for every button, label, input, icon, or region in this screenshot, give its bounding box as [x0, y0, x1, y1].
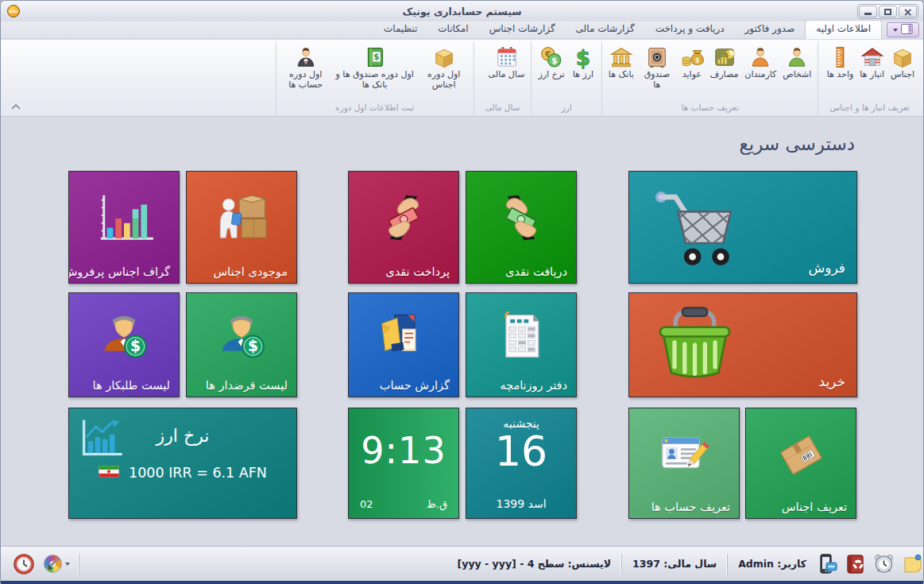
person-boxes-icon: [212, 191, 271, 248]
ribbon-button-banks[interactable]: بانک ها: [605, 42, 637, 82]
tile-define-goods[interactable]: تعریف اجناس: [745, 408, 856, 519]
hands-receive-money-icon: [495, 191, 547, 247]
title-bar: unic سیستم حسابداری یونیک: [1, 1, 923, 21]
ribbon-button-employees[interactable]: کارمندان: [741, 42, 779, 82]
businessman-icon: [294, 44, 318, 70]
svg-text:$: $: [576, 46, 590, 69]
maximize-button[interactable]: [879, 6, 897, 17]
tile-cash-payment[interactable]: پرداخت نقدی: [348, 171, 459, 284]
money-bag-icon: $: [680, 44, 704, 70]
box-icon: [432, 44, 456, 70]
tile-label: فروش: [809, 260, 845, 276]
tile-clock[interactable]: 9:13 02 ق.ظ: [348, 408, 459, 519]
shopping-basket-icon: [650, 304, 739, 386]
app-window: unic سیستم حسابداری یونیک اطلاعات اولیه …: [0, 0, 924, 584]
skin-gallery-button[interactable]: [887, 22, 919, 37]
ribbon-button-currency-rate[interactable]: €$ نرخ ارز: [535, 42, 567, 82]
svg-text:$: $: [694, 56, 699, 64]
person-dollar-icon: $: [213, 311, 270, 365]
ribbon-button-opening-accounts[interactable]: اول دوره حساب ها: [280, 42, 332, 92]
ribbon-tab-bar: اطلاعات اولیه صدور فاکتور دریافت و پرداخ…: [1, 21, 923, 39]
tile-label: گزارش حساب: [380, 379, 450, 392]
tile-purchase[interactable]: خرید: [628, 292, 857, 397]
tab-financial-reports[interactable]: گزارشات مالی: [566, 21, 645, 38]
clock-seconds: 02: [360, 498, 373, 510]
phonebook-icon[interactable]: [845, 554, 865, 574]
svg-text:$: $: [373, 52, 379, 61]
color-wheel-icon: [44, 555, 62, 573]
app-icon[interactable]: unic: [7, 5, 20, 17]
ribbon-group-label: تعریف انبار ها و اجناس: [822, 102, 918, 114]
person-green-icon: [785, 44, 809, 70]
ribbon-button-warehouses[interactable]: انبار ها: [856, 42, 887, 82]
tile-cash-receipt[interactable]: دریافت نقدی: [466, 171, 577, 284]
red-clock-icon[interactable]: [13, 553, 35, 575]
tab-invoice-issue[interactable]: صدور فاکتور: [735, 21, 806, 38]
ribbon-button-currencies[interactable]: $ ارز ها: [568, 42, 598, 82]
ribbon-group-currency: $ ارز ها €$ نرخ ارز ارز: [531, 41, 601, 116]
tile-label: دفتر روزنامچه: [500, 379, 567, 392]
tile-goods-inventory[interactable]: موجودی اجناس: [186, 171, 297, 284]
panel-icon: [901, 22, 913, 37]
status-fiscal-year: سال مالی: 1397: [630, 558, 719, 570]
ribbon-button-opening-goods[interactable]: اول دوره اجناس: [418, 42, 470, 92]
ribbon-group-label: سال مالی: [477, 102, 528, 114]
person-dollar-icon: $: [95, 311, 153, 365]
tile-creditors-list[interactable]: $ لیست طلبکار ها: [68, 292, 180, 397]
mobile-chat-icon[interactable]: [817, 553, 837, 575]
iran-flag-icon: [99, 465, 119, 481]
chevron-down-icon: [893, 29, 898, 32]
bank-icon: [609, 44, 633, 70]
chevron-up-icon: [11, 104, 21, 110]
tile-account-report[interactable]: گزارش حساب: [348, 292, 459, 397]
minimize-icon: [864, 13, 872, 15]
ribbon-button-fiscal-year[interactable]: سال مالی: [485, 42, 528, 82]
ribbon-button-expenses[interactable]: $ مصارف: [707, 42, 742, 82]
status-user: کاربر: Admin: [736, 558, 809, 570]
tile-debtors-list[interactable]: $ لیست قرضدار ها: [186, 292, 297, 397]
date-day: 16: [466, 430, 576, 474]
tile-sales[interactable]: فروش: [628, 171, 857, 284]
person-orange-icon: [748, 44, 772, 70]
tile-journal[interactable]: دفتر روزنامچه: [466, 292, 577, 397]
sticky-note-icon[interactable]: [903, 554, 923, 574]
tile-top-selling-graph[interactable]: گراف اجناس پرفروش: [68, 171, 180, 284]
divider: [621, 554, 622, 574]
tile-define-accounts[interactable]: تعریف حساب ها: [628, 408, 740, 519]
alarm-clock-icon[interactable]: [873, 553, 895, 574]
tile-label: لیست قرضدار ها: [206, 379, 288, 392]
warehouse-icon: [860, 44, 884, 70]
ribbon-button-persons[interactable]: اشخاص: [779, 42, 814, 82]
tab-basic-info[interactable]: اطلاعات اولیه: [805, 20, 882, 39]
tile-date[interactable]: پنجشنبه 16 اسد 1399: [466, 408, 577, 519]
ribbon-button-incomes[interactable]: $ عواید: [677, 42, 707, 82]
ribbon-button-units[interactable]: واحد ها: [824, 42, 857, 82]
chart-bars-icon: [79, 417, 125, 462]
ribbon-button-goods[interactable]: اجناس: [887, 42, 918, 82]
box-icon: [891, 44, 914, 70]
tile-currency-rate[interactable]: نرخ ارز 1000 IRR = 6.1 AFN: [68, 408, 297, 519]
ribbon-group-warehouses-goods: اجناس انبار ها واحد ها تعریف انبار ها و …: [818, 41, 921, 116]
main-content: دسترسی سریع گراف اجناس پرفروش موجودی اجن…: [1, 118, 923, 547]
window-controls: [857, 4, 918, 19]
tab-settings[interactable]: تنظیمات: [373, 21, 427, 38]
clock-time: 9:13: [349, 429, 458, 472]
close-button[interactable]: [899, 6, 917, 17]
tile-label: موجودی اجناس: [213, 265, 288, 278]
expenses-chart-icon: $: [713, 44, 736, 70]
contact-card-pencil-icon: [657, 430, 711, 481]
ribbon-button-cash-boxes[interactable]: صندوق ها: [637, 42, 677, 92]
color-scheme-button[interactable]: [44, 555, 70, 573]
ribbon-collapse-button[interactable]: [9, 102, 23, 111]
tab-receive-pay[interactable]: دریافت و پرداخت: [645, 21, 735, 38]
minimize-button[interactable]: [859, 6, 877, 17]
svg-text:$: $: [248, 338, 258, 354]
tile-label: خرید: [818, 373, 845, 389]
documents-icon: [377, 311, 431, 365]
tab-goods-reports[interactable]: گزارشات اجناس: [479, 21, 566, 38]
calendar-icon: [495, 44, 519, 70]
tab-facilities[interactable]: امکانات: [427, 21, 478, 38]
box-barcode-icon: [775, 427, 827, 483]
ribbon-button-opening-cash-banks[interactable]: $ اول دوره صندوق ها و بانک ها: [332, 42, 418, 92]
window-title: سیستم حسابداری یونیک: [1, 6, 923, 17]
